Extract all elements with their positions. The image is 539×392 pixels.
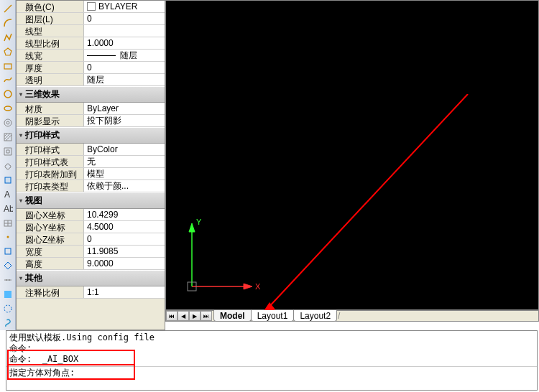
property-value[interactable]: 1:1 — [84, 286, 165, 298]
property-value[interactable]: 0 — [84, 13, 165, 24]
property-value[interactable] — [84, 25, 165, 37]
properties-panel: 颜色(C)BYLAYER图层(L)0线型线型比例1.0000线宽随层厚度0透明随… — [16, 0, 165, 330]
svg-line-10 — [6, 135, 11, 141]
draw-toolbar: A Ab — [0, 0, 16, 330]
property-value[interactable]: 随层 — [84, 50, 165, 61]
property-row: 打印样式ByColor — [17, 144, 165, 156]
property-value[interactable]: BYLAYER — [84, 1, 165, 12]
command-area: 使用默认模板.Using config file 命令: 命令: _AI_BOX… — [6, 330, 538, 391]
property-value[interactable]: 投下阴影 — [84, 115, 165, 126]
svg-point-17 — [6, 236, 9, 238]
tool-pline[interactable] — [1, 31, 14, 44]
property-row: 圆心Z坐标0 — [17, 233, 165, 246]
property-row: 厚度0 — [17, 62, 165, 74]
tool-ellipse[interactable] — [1, 102, 14, 115]
layout-tab-bar: ⏮ ◀ ▶ ⏭ ModelLayout1Layout2 / — [165, 310, 539, 322]
tool-circle[interactable] — [1, 88, 14, 101]
property-value[interactable]: 11.9085 — [84, 246, 165, 257]
property-label: 透明 — [17, 74, 84, 85]
property-label: 材质 — [17, 103, 84, 114]
tool-hatch[interactable] — [1, 131, 14, 144]
tool-mtext[interactable]: Ab — [1, 202, 14, 215]
tool-gradient[interactable] — [1, 288, 14, 301]
property-row: 打印表附加到模型 — [17, 168, 165, 180]
ucs-x-label: X — [255, 282, 261, 291]
section-header[interactable]: 打印样式 — [17, 127, 165, 144]
svg-rect-11 — [5, 177, 11, 183]
svg-point-20 — [6, 279, 7, 281]
scroll-next-icon[interactable]: ▶ — [189, 311, 201, 321]
property-value[interactable]: 无 — [84, 156, 165, 167]
command-input[interactable] — [76, 368, 537, 379]
layout-tab[interactable]: Layout1 — [251, 310, 295, 322]
svg-marker-25 — [244, 284, 252, 289]
property-value[interactable]: 0 — [84, 233, 165, 245]
tool-boundary[interactable] — [1, 302, 14, 315]
property-label: 厚度 — [17, 62, 84, 73]
scroll-first-icon[interactable]: ⏮ — [166, 311, 178, 321]
property-row: 圆心X坐标10.4299 — [17, 209, 165, 221]
svg-rect-2 — [4, 64, 11, 69]
property-row: 图层(L)0 — [17, 13, 165, 25]
svg-marker-1 — [4, 48, 11, 55]
tabs-trail: / — [338, 311, 340, 321]
svg-text:Ab: Ab — [4, 204, 13, 214]
property-row: 阴影显示投下阴影 — [17, 115, 165, 127]
property-label: 打印样式表 — [17, 156, 84, 167]
tool-point[interactable] — [1, 231, 14, 244]
section-header[interactable]: 视图 — [17, 192, 165, 209]
section-header[interactable]: 其他 — [17, 270, 165, 286]
svg-point-3 — [4, 90, 11, 98]
tool-text[interactable]: A — [1, 188, 14, 201]
property-value[interactable]: 4.5000 — [84, 221, 165, 233]
tool-donut[interactable] — [1, 116, 14, 129]
tool-line[interactable] — [1, 2, 14, 15]
property-value[interactable]: 0 — [84, 62, 165, 73]
tool-block[interactable] — [1, 245, 14, 258]
svg-point-5 — [4, 119, 11, 126]
scroll-last-icon[interactable]: ⏭ — [201, 311, 212, 321]
tool-table[interactable] — [1, 217, 14, 230]
property-label: 线型 — [17, 25, 84, 37]
property-value[interactable]: 模型 — [84, 168, 165, 179]
svg-point-23 — [4, 305, 11, 312]
property-value[interactable]: ByLayer — [84, 103, 165, 114]
property-row: 线宽随层 — [17, 50, 165, 62]
property-row: 高度9.0000 — [17, 258, 165, 270]
section-header[interactable]: 三维效果 — [17, 86, 165, 103]
property-label: 打印表类型 — [17, 180, 84, 192]
property-value[interactable]: 随层 — [84, 74, 165, 85]
property-row: 打印样式表无 — [17, 156, 165, 168]
tool-insert[interactable] — [1, 259, 14, 272]
scroll-prev-icon[interactable]: ◀ — [178, 311, 189, 321]
property-value[interactable]: ByColor — [84, 144, 165, 155]
annotation-arrow — [259, 94, 475, 324]
model-viewport[interactable]: X Y — [165, 0, 539, 310]
property-label: 图层(L) — [17, 13, 84, 24]
tool-arc[interactable] — [1, 17, 14, 29]
property-value[interactable]: 10.4299 — [84, 209, 165, 220]
tool-rect[interactable] — [1, 60, 14, 73]
property-label: 宽度 — [17, 246, 84, 257]
property-label: 圆心X坐标 — [17, 209, 84, 220]
property-label: 圆心Z坐标 — [17, 233, 84, 245]
property-row: 圆心Y坐标4.5000 — [17, 221, 165, 233]
property-row: 注释比例1:1 — [17, 286, 165, 299]
tool-divide[interactable] — [1, 274, 14, 286]
tool-spline[interactable] — [1, 74, 14, 87]
property-row: 材质ByLayer — [17, 103, 165, 115]
property-value[interactable]: 9.0000 — [84, 258, 165, 269]
tool-revcloud[interactable] — [1, 159, 14, 172]
layout-tab[interactable]: Layout2 — [293, 310, 337, 322]
ucs-y-label: Y — [196, 218, 202, 226]
property-value[interactable]: 1.0000 — [84, 37, 165, 49]
tool-helix[interactable] — [1, 317, 14, 330]
property-label: 注释比例 — [17, 286, 84, 298]
tool-region[interactable] — [1, 174, 14, 187]
property-row: 线型 — [17, 25, 165, 37]
layout-tab[interactable]: Model — [213, 310, 252, 322]
property-value[interactable]: 依赖于颜... — [84, 180, 165, 192]
tool-wipeout[interactable] — [1, 145, 14, 158]
property-label: 打印表附加到 — [17, 168, 84, 179]
tool-polygon[interactable] — [1, 45, 14, 58]
